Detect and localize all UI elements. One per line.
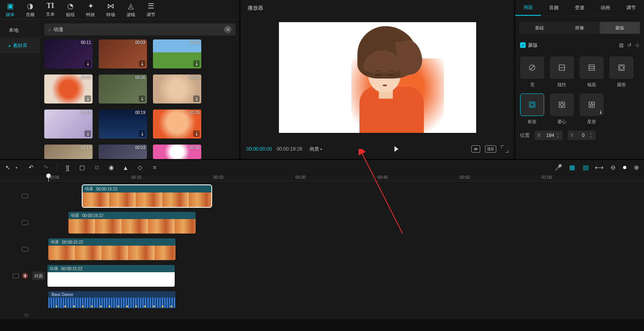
audio-clip[interactable]: Bass Dance — [48, 291, 175, 308]
subtab-basic[interactable]: 基础 — [519, 22, 559, 34]
sub-tabs: 基础 抠像 蒙版 — [519, 22, 640, 34]
mask-mirror[interactable]: 镜面 — [580, 56, 604, 88]
tab-transition[interactable]: ⋈转场 — [101, 0, 121, 19]
media-thumb[interactable]: 00:19⤓ — [99, 110, 147, 139]
playhead[interactable] — [48, 175, 49, 182]
magnet-track-icon[interactable]: ▤ — [582, 164, 589, 171]
adjust-icon: ☰ — [148, 2, 154, 10]
copy-button[interactable]: ⧉ — [93, 164, 100, 171]
video-clip[interactable]: 动漫00:00:15:22 — [83, 185, 211, 207]
video-clip[interactable]: 白场00:00:15:22 — [47, 265, 175, 287]
cursor-tool[interactable]: ↖ — [4, 164, 11, 171]
media-thumb[interactable]: 00:06⤓ — [44, 74, 93, 103]
position-x-input[interactable]: X184▴▾ — [535, 130, 563, 140]
zoom-out-icon[interactable]: ⊖ — [609, 164, 617, 171]
download-icon[interactable]: ⤓ — [139, 130, 145, 137]
mask-heart[interactable]: 爱心 — [550, 93, 574, 125]
redo-button[interactable]: ↷ — [42, 164, 49, 171]
rtab-adjust[interactable]: 调节 — [618, 0, 644, 16]
media-icon: ▣ — [7, 2, 14, 10]
media-thumb[interactable]: 00:06⤓ — [99, 74, 147, 103]
rotate-button[interactable]: ◇ — [136, 164, 144, 171]
quality-dropdown[interactable]: 画质▾ — [310, 146, 322, 153]
rtab-animation[interactable]: 动画 — [592, 0, 618, 16]
mask-none[interactable]: 无 — [520, 56, 544, 88]
link-icon[interactable]: ⟷ — [596, 164, 603, 171]
subtab-cutout[interactable]: 抠像 — [559, 22, 600, 34]
media-thumb[interactable]: 00:05⤓ — [153, 74, 201, 103]
download-icon[interactable]: ⤓ — [139, 60, 145, 67]
tab-media[interactable]: ▣媒体 — [0, 0, 20, 19]
reverse-button[interactable]: ◉ — [107, 164, 115, 171]
download-icon[interactable]: ⤓ — [193, 130, 200, 137]
media-thumb[interactable]: 00:03 — [99, 145, 147, 159]
download-icon[interactable]: ⤓ — [85, 95, 91, 102]
sidebar-local[interactable]: 本地 — [0, 23, 40, 38]
subtab-mask[interactable]: 蒙版 — [600, 22, 640, 34]
search-input[interactable] — [54, 27, 224, 32]
svg-line-1 — [530, 66, 535, 70]
cover-button[interactable]: 封面 — [32, 271, 45, 280]
track-visibility-icon[interactable] — [22, 220, 28, 225]
mirror-button[interactable]: ▲ — [122, 164, 129, 171]
cursor-dropdown[interactable]: ▾ — [13, 164, 20, 171]
mask-star[interactable]: ⤓星形 — [580, 93, 604, 125]
tab-sticker[interactable]: ◔贴纸 — [60, 0, 80, 19]
track-visibility-icon[interactable] — [12, 273, 19, 278]
delete-button[interactable]: ▢ — [78, 164, 86, 171]
magnet-main-icon[interactable]: ▦ — [568, 164, 576, 171]
zoom-fit-icon[interactable]: ⊕ — [633, 164, 640, 171]
text-icon: TI — [46, 2, 54, 10]
zoom-slider[interactable] — [623, 166, 626, 169]
undo-button[interactable]: ↶ — [27, 164, 35, 171]
tab-effect[interactable]: ✦特效 — [80, 0, 101, 19]
media-thumb[interactable]: 00:11⤓ — [44, 39, 93, 68]
reset-icon[interactable]: ↺ — [627, 42, 632, 48]
media-thumb[interactable]: 00:05⤓ — [153, 39, 201, 68]
track-visibility-icon[interactable] — [22, 194, 28, 199]
media-thumb[interactable]: 00:05⤓ — [153, 110, 201, 139]
download-icon[interactable]: ⤓ — [193, 60, 200, 67]
rtab-picture[interactable]: 画面 — [515, 0, 541, 16]
download-icon[interactable]: ⤓ — [85, 60, 91, 67]
time-ruler[interactable]: 00:00 00:10 00:20 00:30 00:40 00:50 01:0… — [0, 175, 644, 182]
mic-icon[interactable]: 🎤 — [555, 164, 562, 171]
download-icon[interactable]: ⤓ — [139, 95, 145, 102]
mask-linear[interactable]: 线性 — [550, 56, 574, 88]
play-button[interactable] — [394, 146, 398, 152]
tab-filter[interactable]: ◬滤镜 — [121, 0, 141, 19]
tab-audio[interactable]: ◑音频 — [20, 0, 40, 19]
crop-button[interactable]: ⌗ — [151, 164, 158, 171]
sidebar-library[interactable]: 素材库 — [0, 38, 40, 53]
svg-point-8 — [620, 66, 623, 70]
mask-toggle[interactable]: ✓ 蒙版 — [520, 42, 538, 49]
download-icon[interactable]: ⤓ — [85, 130, 91, 137]
video-clip[interactable]: 动漫00:00:15:22 — [68, 212, 196, 234]
track-visibility-icon[interactable] — [22, 247, 28, 252]
keyframe-icon[interactable]: ◇ — [636, 42, 639, 48]
timeline-toolbar: ↖ ▾ ↶ ↷ ][ ▢ ⧉ ◉ ▲ ◇ ⌗ 🎤 ▦ ▤ ⟷ ⊖ ⊕ — [0, 159, 644, 175]
invert-icon[interactable]: ▨ — [619, 42, 623, 48]
media-thumb[interactable]: 00:11⤓ — [44, 110, 93, 139]
media-thumb[interactable]: 00:30 — [153, 145, 201, 159]
preview-area[interactable] — [240, 16, 514, 139]
tab-adjust[interactable]: ☰调节 — [141, 0, 161, 19]
mask-circle[interactable]: 圆形 — [609, 56, 634, 88]
rtab-speed[interactable]: 变速 — [567, 0, 592, 16]
fullscreen-button[interactable] — [501, 145, 508, 153]
media-sidebar: 本地 素材库 — [0, 19, 40, 159]
media-thumb[interactable]: 00:03⤓ — [99, 39, 147, 68]
media-thumb[interactable]: 00:18 — [44, 145, 93, 159]
tab-text[interactable]: TI文本 — [40, 0, 60, 19]
ratio-button[interactable]: ⟴ — [471, 145, 480, 153]
search-clear-button[interactable]: ✕ — [224, 26, 231, 33]
rtab-audio[interactable]: 音频 — [541, 0, 567, 16]
mute-icon[interactable]: 🔇 — [22, 273, 28, 279]
split-button[interactable]: ][ — [64, 164, 71, 171]
clock-icon[interactable]: ◷ — [24, 312, 28, 318]
position-y-input[interactable]: Y0▴▾ — [568, 130, 596, 140]
video-clip[interactable]: 动漫00:00:15:22 — [48, 238, 175, 260]
download-icon[interactable]: ⤓ — [193, 95, 200, 102]
fit-button[interactable]: 适应 — [485, 145, 496, 153]
mask-rect[interactable]: 矩形 — [520, 93, 544, 125]
